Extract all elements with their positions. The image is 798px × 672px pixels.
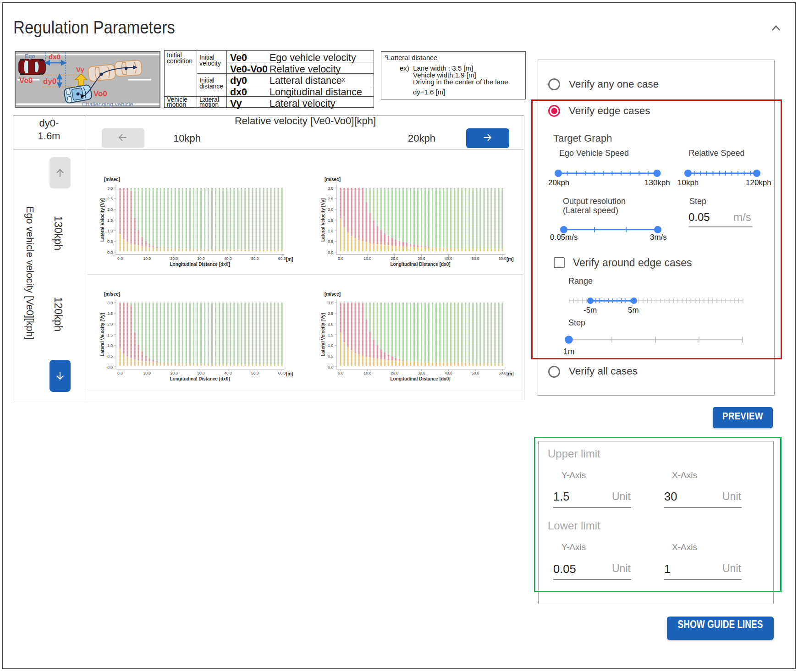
svg-text:60.0: 60.0 xyxy=(499,371,506,375)
svg-text:0.5: 0.5 xyxy=(107,239,113,244)
svg-text:3.0: 3.0 xyxy=(107,301,113,305)
svg-text:Ve0: Ve0 xyxy=(19,76,33,85)
svg-text:0.0: 0.0 xyxy=(107,365,113,369)
svg-text:[m]: [m] xyxy=(286,371,293,376)
svg-text:40.0: 40.0 xyxy=(445,256,452,261)
svg-text:50.0: 50.0 xyxy=(251,256,259,261)
svg-text:2.5: 2.5 xyxy=(328,311,333,316)
svg-text:40.0: 40.0 xyxy=(224,256,232,261)
svg-text:dx0: dx0 xyxy=(49,53,61,61)
svg-text:40.0: 40.0 xyxy=(224,371,232,375)
svg-text:1.0: 1.0 xyxy=(107,229,113,233)
svg-text:Lateral Velocity [Vy]: Lateral Velocity [Vy] xyxy=(100,198,105,242)
svg-text:30.0: 30.0 xyxy=(197,371,205,375)
svg-text:0.5: 0.5 xyxy=(107,354,113,358)
svg-text:60.0: 60.0 xyxy=(278,256,286,261)
svg-text:3.0: 3.0 xyxy=(107,186,113,191)
svg-text:1.5: 1.5 xyxy=(328,333,333,337)
svg-text:[m]: [m] xyxy=(286,257,293,262)
svg-text:50.0: 50.0 xyxy=(472,256,479,261)
svg-text:Vy: Vy xyxy=(76,66,84,73)
svg-text:3.0: 3.0 xyxy=(328,301,333,305)
svg-text:30.0: 30.0 xyxy=(418,256,425,261)
svg-text:Longitudinal Distance [dx0]: Longitudinal Distance [dx0] xyxy=(390,376,450,381)
svg-text:[m/sec]: [m/sec] xyxy=(325,292,341,297)
svg-text:1.0: 1.0 xyxy=(328,229,333,233)
svg-text:Longitudinal Distance [dx0]: Longitudinal Distance [dx0] xyxy=(170,376,230,381)
svg-text:2.0: 2.0 xyxy=(107,322,113,326)
svg-text:30.0: 30.0 xyxy=(418,371,425,375)
svg-text:0.0: 0.0 xyxy=(117,371,123,375)
svg-text:2.5: 2.5 xyxy=(328,197,333,201)
svg-text:20.0: 20.0 xyxy=(391,256,398,261)
svg-text:10.0: 10.0 xyxy=(364,256,372,261)
svg-text:2.0: 2.0 xyxy=(328,322,333,326)
svg-text:2.0: 2.0 xyxy=(107,207,113,212)
svg-text:1.5: 1.5 xyxy=(328,218,333,223)
svg-text:Vo0: Vo0 xyxy=(94,89,107,98)
svg-text:20.0: 20.0 xyxy=(170,256,178,261)
svg-text:10.0: 10.0 xyxy=(143,371,151,375)
svg-text:dy0: dy0 xyxy=(43,77,56,86)
svg-text:3.0: 3.0 xyxy=(328,186,333,191)
svg-text:[m/sec]: [m/sec] xyxy=(104,292,120,297)
svg-text:2.5: 2.5 xyxy=(107,197,113,201)
svg-text:Lateral Velocity [Vy]: Lateral Velocity [Vy] xyxy=(320,313,325,357)
svg-text:0.5: 0.5 xyxy=(328,354,333,358)
svg-text:2.0: 2.0 xyxy=(328,207,333,212)
svg-text:1.5: 1.5 xyxy=(107,333,113,337)
svg-text:0.0: 0.0 xyxy=(328,250,333,255)
svg-text:0.5: 0.5 xyxy=(328,239,333,244)
svg-text:50.0: 50.0 xyxy=(472,371,479,375)
svg-text:Ego: Ego xyxy=(25,53,35,60)
svg-text:60.0: 60.0 xyxy=(278,371,286,375)
svg-text:0.0: 0.0 xyxy=(338,256,343,261)
svg-text:[m]: [m] xyxy=(506,257,514,262)
svg-text:[m]: [m] xyxy=(506,371,514,376)
svg-text:0.0: 0.0 xyxy=(117,256,123,261)
svg-text:Challenging vehicle: Challenging vehicle xyxy=(82,101,133,108)
svg-text:1.0: 1.0 xyxy=(107,343,113,348)
svg-text:0.0: 0.0 xyxy=(107,250,113,255)
svg-text:Lateral Velocity [Vy]: Lateral Velocity [Vy] xyxy=(320,198,325,242)
svg-text:30.0: 30.0 xyxy=(197,256,205,261)
svg-text:10.0: 10.0 xyxy=(364,371,372,375)
svg-text:20.0: 20.0 xyxy=(170,371,178,375)
svg-text:[m/sec]: [m/sec] xyxy=(104,177,120,182)
svg-text:[m/sec]: [m/sec] xyxy=(325,177,341,182)
svg-text:60.0: 60.0 xyxy=(499,256,506,261)
svg-text:50.0: 50.0 xyxy=(251,371,259,375)
svg-text:1.5: 1.5 xyxy=(107,218,113,223)
svg-text:20.0: 20.0 xyxy=(391,371,398,375)
svg-text:Longitudinal Distance [dx0]: Longitudinal Distance [dx0] xyxy=(170,262,230,267)
svg-text:Longitudinal Distance [dx0]: Longitudinal Distance [dx0] xyxy=(390,262,450,267)
svg-text:10.0: 10.0 xyxy=(143,256,151,261)
svg-text:0.0: 0.0 xyxy=(328,365,333,369)
svg-text:0.0: 0.0 xyxy=(338,371,343,375)
svg-text:40.0: 40.0 xyxy=(445,371,452,375)
svg-text:1.0: 1.0 xyxy=(328,343,333,348)
svg-text:2.5: 2.5 xyxy=(107,311,113,316)
svg-text:Lateral Velocity [Vy]: Lateral Velocity [Vy] xyxy=(100,313,105,357)
